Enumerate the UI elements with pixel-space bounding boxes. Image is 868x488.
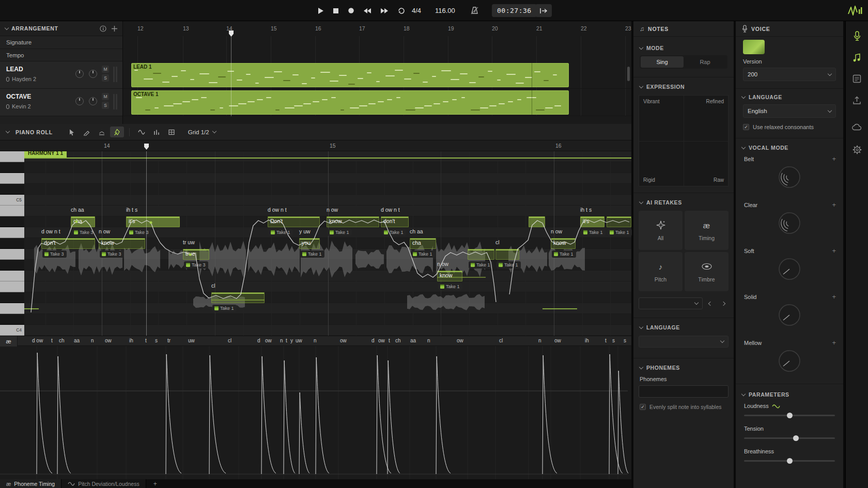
arrangement-playhead[interactable] [231, 36, 231, 116]
pan-knob[interactable] [75, 97, 84, 105]
take-badge[interactable]: Take 1 [269, 229, 293, 236]
mute-button[interactable]: M [102, 66, 109, 73]
music-tab-button[interactable] [846, 50, 868, 66]
arrangement-scrollbar[interactable] [627, 67, 630, 81]
note[interactable] [529, 216, 545, 227]
white-key[interactable] [0, 206, 24, 216]
note[interactable]: know [327, 216, 379, 227]
take-badge[interactable]: Take 3 [42, 250, 67, 258]
play-button[interactable] [316, 6, 325, 15]
phoneme-cell[interactable]: s [155, 338, 158, 343]
grid-size-dropdown[interactable]: Grid 1/2 [188, 129, 216, 135]
cloud-tab-button[interactable] [846, 119, 868, 135]
note[interactable]: don't [41, 238, 95, 249]
tempo-display[interactable]: 116.00 [435, 0, 455, 21]
collapse-chevron-icon[interactable] [5, 25, 9, 29]
phoneme-cell[interactable]: d [371, 338, 375, 343]
checkbox-checked-icon[interactable]: ✓ [743, 124, 749, 130]
gain-knob[interactable] [89, 70, 97, 78]
take-badge[interactable]: Take 1 [328, 229, 352, 236]
lyrics-tab-button[interactable] [846, 71, 868, 86]
loop-button[interactable] [396, 6, 407, 15]
voice-tab-button[interactable] [846, 28, 868, 44]
black-key[interactable] [0, 162, 24, 173]
go-to-end-button[interactable] [534, 0, 553, 21]
take-badge[interactable]: Take 1 [411, 250, 435, 258]
track-header-octave[interactable]: OCTAVEKevin 2MS [0, 89, 122, 116]
phoneme-cell[interactable]: s [624, 338, 626, 343]
signature-row[interactable]: Signature [0, 36, 122, 49]
retake-pitch-button[interactable]: ♪Pitch [639, 252, 683, 291]
take-badge[interactable]: Take 1 [300, 250, 324, 258]
phoneme-cell[interactable]: d ow [32, 338, 43, 343]
take-badge[interactable]: Take 1 [608, 229, 632, 236]
note[interactable]: Don't [268, 216, 320, 227]
mode-option-rap[interactable]: Rap [684, 56, 726, 68]
pitch-curve-tool-button[interactable] [135, 127, 149, 137]
add-vocal-mode-button[interactable]: + [832, 293, 836, 301]
param-slider[interactable] [744, 415, 835, 416]
black-key[interactable] [0, 314, 24, 325]
white-key[interactable] [0, 271, 24, 281]
take-badge[interactable]: Take 3 [127, 229, 151, 236]
param-slider[interactable] [744, 437, 835, 439]
note[interactable]: it's [580, 216, 605, 227]
take-badge[interactable]: Take 3 [100, 250, 124, 258]
export-tab-button[interactable] [846, 92, 868, 108]
phoneme-cell[interactable]: ow [340, 338, 347, 343]
vocal-mode-knob[interactable] [778, 349, 801, 373]
arrangement-timeline[interactable]: 121314151617181920212223LEAD 1OCTAVE 1 [123, 21, 631, 124]
expression-section-header[interactable]: EXPRESSION [633, 81, 734, 93]
phoneme-cell[interactable]: t [286, 338, 287, 343]
phoneme-cell[interactable]: n [427, 338, 430, 343]
tempo-row[interactable]: Tempo [0, 49, 122, 61]
black-key[interactable] [0, 260, 24, 271]
phonemes-section-header[interactable]: PHONEMES [633, 361, 734, 374]
info-icon[interactable] [100, 25, 106, 32]
phoneme-cell[interactable]: y [290, 338, 293, 343]
note[interactable]: know [99, 238, 145, 249]
tab-pitch-deviation-loudness[interactable]: Pitch Deviation/Loudness [61, 479, 146, 488]
phoneme-cell[interactable]: aa [74, 338, 80, 343]
phoneme-cell[interactable]: cl [499, 338, 503, 343]
retake-timbre-button[interactable]: Timbre [685, 252, 729, 291]
retake-timing-button[interactable]: æTiming [685, 211, 729, 250]
take-badge[interactable]: Take 3 [184, 261, 208, 269]
phoneme-cell[interactable]: ow [554, 338, 561, 343]
evenly-split-checkbox-row[interactable]: ✓ Evenly split note into syllables [640, 404, 727, 411]
add-vocal-mode-button[interactable]: + [832, 339, 836, 347]
piano-roll-ruler[interactable]: 141516 [0, 140, 631, 151]
phoneme-cell[interactable]: t [145, 338, 147, 343]
phonemes-input[interactable] [639, 385, 729, 398]
tab-phoneme-timing[interactable]: æPhoneme Timing [0, 479, 61, 488]
phoneme-cell[interactable]: aa [410, 338, 416, 343]
pan-knob[interactable] [75, 70, 84, 78]
phoneme-cell[interactable]: ow [265, 338, 272, 343]
white-key[interactable] [0, 281, 24, 292]
voice-avatar[interactable] [743, 40, 765, 54]
slider-thumb[interactable] [787, 458, 793, 464]
take-badge[interactable]: Take 1 [382, 229, 406, 236]
take-badge[interactable]: Take 1 [552, 250, 576, 258]
black-key[interactable] [0, 238, 24, 249]
phoneme-cell[interactable]: n [280, 338, 283, 343]
note[interactable] [495, 249, 519, 260]
relaxed-consonants-checkbox-row[interactable]: ✓ Use relaxed consonants [743, 124, 836, 131]
clip-lead-1[interactable]: LEAD 1 [131, 63, 569, 87]
time-signature[interactable]: 4/4 [412, 0, 421, 21]
phoneme-cell[interactable]: n [314, 338, 317, 343]
expression-pad[interactable]: Vibrant Refined Rigid Raw [639, 95, 729, 186]
note-language-dropdown[interactable] [639, 336, 729, 348]
phoneme-cell[interactable]: n [538, 338, 541, 343]
retake-all-button[interactable]: All [639, 211, 683, 250]
phoneme-cell[interactable]: ow [378, 338, 385, 343]
vocal-mode-section-header[interactable]: VOCAL MODE [736, 141, 843, 154]
add-track-icon[interactable] [112, 26, 117, 32]
note[interactable]: don't [381, 216, 409, 227]
take-badge[interactable]: Take 1 [497, 261, 521, 269]
solo-button[interactable]: S [102, 102, 109, 109]
note[interactable]: you [299, 238, 320, 249]
phoneme-cell[interactable]: ih [585, 338, 589, 343]
phoneme-cell[interactable]: uw [296, 338, 302, 343]
phoneme-cell[interactable]: t [51, 338, 53, 343]
